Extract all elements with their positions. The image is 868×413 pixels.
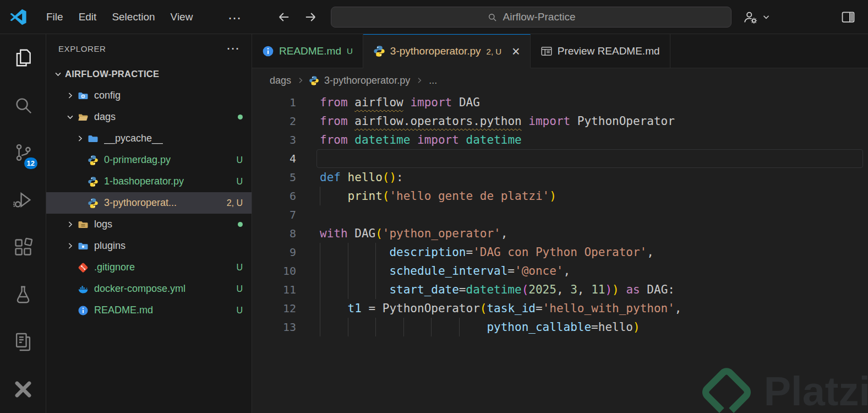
code-line-content[interactable]: python_callable=hello): [320, 318, 640, 336]
breadcrumb-item-[interactable]: ...: [428, 75, 438, 86]
code-token: [348, 133, 355, 146]
code-line-8[interactable]: 8with DAG('python_operator',: [252, 224, 868, 243]
code-line-4[interactable]: 4: [252, 149, 868, 168]
code-line-content[interactable]: from airflow import DAG: [320, 93, 480, 112]
documents-icon: [13, 332, 34, 352]
line-number: 10: [252, 262, 296, 280]
code-line-10[interactable]: 10schedule_interval='@once',: [252, 262, 868, 280]
code-line-content[interactable]: with DAG('python_operator',: [320, 224, 507, 243]
tree-item-0-primerdag-py[interactable]: 0-primerdag.pyU: [46, 149, 252, 171]
code-token: ,: [501, 227, 508, 240]
tree-item-logs[interactable]: logs: [46, 214, 252, 235]
explorer-icon: [13, 47, 34, 68]
command-center-search[interactable]: Airflow-Practice: [331, 7, 731, 28]
indent-guides: [320, 280, 389, 299]
tree-item-docker-compose-yml[interactable]: docker-compose.ymlU: [46, 278, 252, 300]
tree-item-3-pythoroperat[interactable]: 3-pythoroperat...2, U: [46, 192, 252, 214]
layout-panel-icon[interactable]: [840, 9, 856, 25]
activity-bar-testing[interactable]: [0, 271, 46, 318]
tree-item-pycache[interactable]: __pycache__: [46, 128, 252, 149]
tree-root-airflow-practice[interactable]: AIRFLOW-PRACTICE: [46, 63, 252, 85]
chevron-right-icon: [415, 76, 424, 85]
code-token: ): [605, 283, 612, 296]
tree-item-plugins[interactable]: plugins: [46, 235, 252, 257]
code-token: 'python_operator': [383, 227, 501, 240]
activity-bar-source-control[interactable]: 12: [0, 129, 46, 176]
chevron-down-icon[interactable]: [759, 12, 773, 22]
code-line-12[interactable]: 12t1 = PythonOperator(task_id='hello_wit…: [252, 299, 868, 318]
menu-selection[interactable]: Selection: [104, 7, 162, 27]
code-line-content[interactable]: print('hello gente de platzi'): [320, 187, 556, 205]
sidebar-title: EXPLORER: [58, 44, 106, 53]
activity-bar-explorer[interactable]: [0, 34, 46, 81]
tree-item-gitignore[interactable]: .gitignoreU: [46, 257, 252, 278]
tab-readme-md[interactable]: README.mdU: [252, 34, 363, 68]
code-editor[interactable]: 1from airflow import DAG2from airflow.op…: [252, 93, 868, 413]
file-tree: configdags__pycache__0-primerdag.pyU1-ba…: [46, 85, 252, 321]
code-line-content[interactable]: schedule_interval='@once',: [320, 262, 570, 280]
activity-bar-x-logo[interactable]: [0, 366, 46, 413]
code-line-3[interactable]: 3from datetime import datetime: [252, 131, 868, 149]
code-line-9[interactable]: 9description='DAG con Python Operator',: [252, 243, 868, 262]
breadcrumb-item-dags[interactable]: dags: [269, 75, 292, 86]
code-line-2[interactable]: 2from airflow.operators.python import Py…: [252, 112, 868, 131]
code-line-7[interactable]: 7: [252, 205, 868, 224]
chevron-right-icon: [296, 76, 305, 85]
code-line-1[interactable]: 1from airflow import DAG: [252, 93, 868, 112]
code-line-content[interactable]: def hello():: [320, 168, 403, 187]
activity-bar-extensions[interactable]: [0, 224, 46, 271]
forward-arrow-icon[interactable]: [303, 9, 318, 25]
titlebar: FileEditSelectionView ⋯ Airflow-Practice: [0, 0, 868, 34]
code-token: ,: [675, 302, 682, 315]
menu-file[interactable]: File: [39, 7, 71, 27]
indent-guides: [320, 299, 348, 318]
menu-edit[interactable]: Edit: [71, 7, 105, 27]
titlebar-right-actions: [743, 0, 868, 34]
activity-bar-run-debug[interactable]: [0, 176, 46, 224]
code-line-content[interactable]: t1 = PythonOperator(task_id='hello_with_…: [320, 299, 682, 318]
code-token: import: [417, 133, 459, 146]
code-line-content[interactable]: start_date=datetime(2025, 3, 11)) as DAG…: [320, 280, 675, 299]
code-token: start_date: [389, 283, 458, 296]
code-line-content[interactable]: from datetime import datetime: [320, 131, 522, 149]
code-token: :: [396, 171, 403, 184]
account-icon[interactable]: [743, 9, 758, 25]
tree-item-config[interactable]: config: [46, 85, 252, 106]
tab-3-pythoroperator-py[interactable]: 3-pythoroperator.py2, U×: [363, 34, 531, 68]
menu-view[interactable]: View: [163, 7, 201, 27]
code-line-13[interactable]: 13python_callable=hello): [252, 318, 868, 336]
activity-bar-search[interactable]: [0, 81, 46, 129]
menu-overflow[interactable]: ⋯: [220, 7, 249, 30]
file-label: logs: [94, 219, 112, 230]
code-line-content[interactable]: from airflow.operators.python import Pyt…: [320, 112, 675, 131]
tree-item-1-bashoperator-py[interactable]: 1-bashoperator.pyU: [46, 171, 252, 192]
tree-item-dags[interactable]: dags: [46, 106, 252, 128]
line-number: 2: [252, 112, 296, 131]
code-line-11[interactable]: 11start_date=datetime(2025, 3, 11)) as D…: [252, 280, 868, 299]
search-icon: [13, 95, 34, 116]
folder-logs-icon: [77, 219, 89, 231]
chevron-down-icon: [51, 69, 65, 79]
sidebar-more-actions[interactable]: ⋯: [226, 42, 239, 55]
code-token: [348, 227, 355, 240]
code-token: [348, 115, 355, 128]
tab-preview-readme-md[interactable]: Preview README.md: [531, 34, 670, 68]
testing-icon: [13, 284, 34, 305]
code-line-6[interactable]: 6print('hello gente de platzi'): [252, 187, 868, 205]
tree-item-readme-md[interactable]: README.mdU: [46, 300, 252, 321]
file-label: config: [94, 90, 121, 101]
python-icon: [87, 197, 99, 209]
file-label: 3-pythoroperat...: [104, 197, 177, 209]
code-token: =: [362, 302, 383, 315]
breadcrumb-item-3-pythoroperator-py[interactable]: 3-pythoroperator.py: [323, 75, 411, 86]
back-arrow-icon[interactable]: [276, 9, 292, 25]
code-token: [522, 115, 529, 128]
code-token: '@once': [515, 264, 564, 278]
activity-bar-documents[interactable]: [0, 318, 46, 366]
code-line-5[interactable]: 5def hello():: [252, 168, 868, 187]
close-icon[interactable]: ×: [512, 46, 520, 57]
code-line-content[interactable]: description='DAG con Python Operator',: [320, 243, 654, 262]
extensions-icon: [13, 237, 34, 258]
code-token: ): [612, 283, 619, 296]
git-status-label: U: [236, 155, 243, 165]
